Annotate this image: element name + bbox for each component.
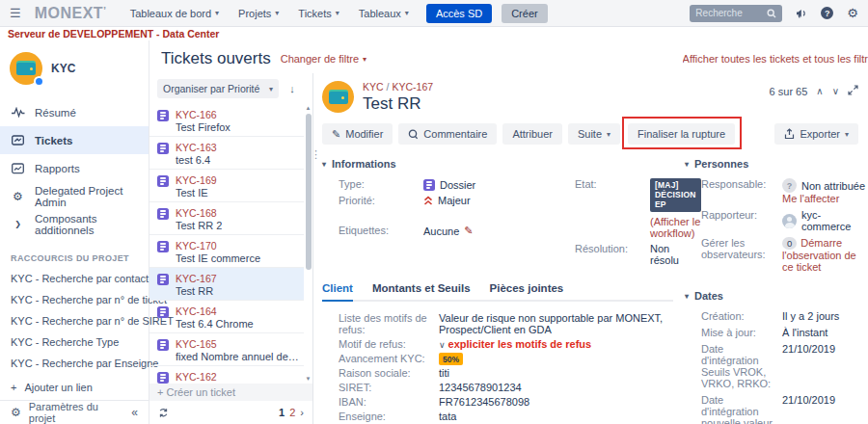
settings-gear-icon[interactable]: ⚙	[11, 406, 21, 419]
assign-button[interactable]: Attribuer	[502, 123, 562, 145]
collapse-sidebar-icon[interactable]: «	[131, 406, 138, 419]
sidebar-item-reports[interactable]: Rapports	[0, 154, 149, 182]
list-toolbar: Organiser par Priorité▾ ↓	[149, 73, 312, 104]
finalize-rupture-button[interactable]: Finaliser la rupture	[628, 123, 735, 145]
admin-gear-icon: ⚙	[11, 190, 25, 203]
menu-icon[interactable]: ☰	[10, 6, 21, 20]
shortcut-search-siret[interactable]: KYC - Recherche par n° de SIRET	[0, 310, 149, 331]
nav-dashboards[interactable]: Tableaux de bord▾	[130, 8, 219, 19]
tab-pieces-jointes[interactable]: Pièces jointes	[490, 282, 564, 300]
chevron-right-icon: ❯	[11, 220, 25, 228]
assign-to-me-link[interactable]: Me l'affecter	[782, 193, 839, 204]
document-icon	[157, 372, 169, 384]
panel-resize-handle[interactable]: ⋮	[313, 150, 320, 159]
project-header[interactable]: KYC	[0, 40, 149, 98]
next-ticket-icon[interactable]: ∨	[832, 86, 839, 96]
informations-section-header[interactable]: ▾ Informations	[322, 158, 673, 170]
document-icon	[157, 241, 169, 252]
page-1[interactable]: 1	[279, 407, 285, 418]
project-settings-label[interactable]: Paramètres du projet	[29, 401, 124, 424]
pagination: 1 2 ›	[279, 407, 304, 418]
add-link-button[interactable]: + Ajouter un lien	[0, 374, 149, 401]
shortcut-search-type[interactable]: KYC - Recherche Type	[0, 331, 149, 353]
page-2[interactable]: 2	[289, 407, 295, 418]
sort-direction-button[interactable]: ↓	[284, 79, 301, 98]
dates-section-header[interactable]: ▾ Dates	[685, 290, 868, 302]
scroll-down-icon[interactable]: ▼	[304, 375, 312, 384]
order-by-select[interactable]: Organiser par Priorité▾	[157, 79, 279, 98]
list-item[interactable]: KYC-163test 6.4	[149, 137, 304, 170]
chevron-down-icon: ▾	[363, 55, 366, 64]
nav-projects[interactable]: Projets▾	[238, 8, 279, 19]
next-page-icon[interactable]: ›	[300, 407, 304, 418]
shortcut-search-enseigne[interactable]: KYC - Recherche par Enseigne	[0, 353, 149, 374]
detail-right-rail: ▾ Personnes Responsable: ?Non attribuée …	[685, 158, 868, 424]
export-button[interactable]: Exporter▾	[774, 123, 858, 145]
document-icon	[157, 110, 169, 121]
breadcrumb-project-link[interactable]: KYC	[363, 81, 384, 93]
edit-button[interactable]: ✎Modifier	[322, 123, 393, 145]
sidebar-item-summary[interactable]: Résumé	[0, 98, 149, 126]
list-item[interactable]: KYC-169Test IE	[149, 170, 304, 202]
list-item-selected[interactable]: KYC-167Test RR	[149, 268, 304, 301]
change-filter-link[interactable]: Changer de filtre▾	[281, 53, 366, 65]
scroll-up-icon[interactable]: ▲	[304, 104, 312, 113]
project-avatar	[10, 52, 42, 85]
edit-labels-pencil-icon[interactable]: ✎	[464, 225, 473, 237]
scrollbar-thumb[interactable]	[306, 114, 312, 270]
acces-sd-button[interactable]: Accès SD	[426, 4, 492, 23]
expand-icon[interactable]	[848, 85, 858, 97]
list-item[interactable]: KYC-164Test 6.4 Chrome	[149, 301, 304, 333]
refresh-icon[interactable]	[158, 408, 169, 418]
search-box[interactable]	[690, 5, 782, 22]
nav-issues[interactable]: Tickets▾	[298, 8, 339, 19]
sidebar-item-issues[interactable]: Tickets	[0, 126, 149, 154]
shortcut-search-ticket-number[interactable]: KYC - Recherche par n° de ticket	[0, 289, 149, 310]
detail-tabs: Client Montants et Seuils Pièces jointes	[322, 282, 673, 302]
list-item[interactable]: KYC-166Test Firefox	[149, 104, 304, 137]
unassigned-avatar: ?	[782, 178, 797, 193]
annotation-highlight-box: Finaliser la rupture	[628, 123, 735, 145]
search-input[interactable]	[695, 8, 763, 18]
main-content: Tickets ouverts Changer de filtre▾ Affic…	[149, 40, 868, 424]
create-button[interactable]: Créer	[502, 4, 548, 23]
create-ticket-link[interactable]: + Créer un ticket	[149, 384, 312, 401]
tab-montants-et-seuils[interactable]: Montants et Seuils	[372, 282, 471, 300]
document-icon	[157, 274, 169, 285]
sidebar-item-delegated-admin[interactable]: ⚙ Delegated Project Admin	[0, 182, 149, 210]
people-section-header[interactable]: ▾ Personnes	[685, 158, 868, 170]
chevron-down-icon: ▾	[336, 9, 339, 17]
shortcut-search-contact[interactable]: KYC - Recherche par contact	[0, 268, 149, 289]
ticket-list-panel: Organiser par Priorité▾ ↓ KYC-166Test Fi…	[149, 73, 313, 424]
breadcrumb: KYC/KYC-167	[363, 81, 433, 93]
tab-client[interactable]: Client	[322, 282, 353, 300]
explain-refusal-link[interactable]: expliciter les motifs de refus	[448, 338, 592, 350]
issue-type-avatar	[322, 81, 354, 113]
sidebar-item-label: Rapports	[35, 163, 80, 174]
list-item[interactable]: KYC-165fixed Nombre annuel de transa...	[149, 333, 304, 366]
monext-logo[interactable]: MONEXT’	[35, 5, 107, 22]
previous-ticket-icon[interactable]: ∧	[816, 86, 823, 96]
sidebar-item-addons[interactable]: ❯ Composants additionnels	[0, 210, 149, 238]
document-icon	[157, 143, 169, 154]
more-actions-button[interactable]: Suite▾	[568, 123, 620, 145]
pencil-icon: ✎	[332, 128, 340, 141]
list-scrollbar[interactable]: ▲ ▼	[304, 104, 312, 384]
gear-icon[interactable]: ⚙	[847, 6, 858, 20]
progress-badge: 50%	[439, 353, 463, 365]
help-icon[interactable]: ?	[821, 7, 833, 19]
sidebar-item-label: Tickets	[35, 135, 72, 146]
jira-window: { "icons": { "hamburger": "☰", "caret_do…	[0, 0, 868, 424]
feedback-megaphone-icon[interactable]	[796, 8, 807, 19]
nav-boards[interactable]: Tableaux▾	[359, 8, 409, 19]
chevron-down-icon: ∨	[439, 340, 446, 350]
comment-button[interactable]: Commentaire	[398, 123, 497, 145]
ticket-position: 6 sur 65	[770, 86, 808, 97]
list-item[interactable]: KYC-162test commerce 2	[149, 366, 304, 384]
show-all-tickets-link[interactable]: Afficher toutes les tickets et tous les …	[683, 53, 868, 65]
chevron-down-icon: ▾	[685, 292, 689, 301]
list-item[interactable]: KYC-168Test RR 2	[149, 202, 304, 235]
list-item[interactable]: KYC-170Test IE commerce	[149, 235, 304, 268]
topbar-right-group: ? ⚙	[690, 5, 858, 22]
breadcrumb-ticket-link[interactable]: KYC-167	[393, 81, 434, 93]
